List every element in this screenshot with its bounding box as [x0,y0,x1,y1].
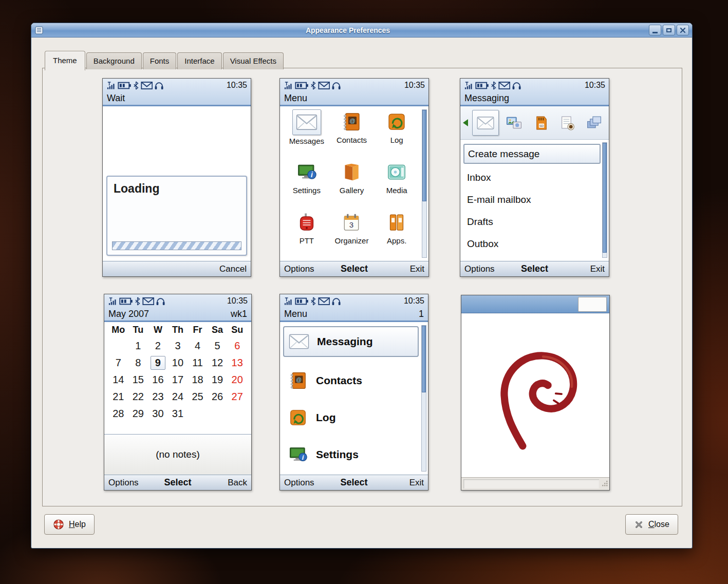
envelope-icon [472,110,499,136]
menu-item-label: Media [374,186,419,195]
phone-header: 10:35 Menu 1 [280,294,428,322]
tab-interface[interactable]: Interface [177,52,221,69]
carousel-left-arrow-icon [463,119,468,126]
theme-preview-wait[interactable]: 10:35 Wait Loading Cancel [102,78,251,277]
theme-preview-calendar[interactable]: 10:35 May 2007 wk1 MoTuWThFrSaSu 1234567… [104,294,252,491]
calendar-week-row: 14151617181920 [108,371,247,388]
copies-icon [583,112,606,134]
softkey-back: Back [205,478,247,488]
theme-preview-menu-list[interactable]: 10:35 Menu 1 Messaging@ContactsLogiSetti… [279,294,428,491]
tab-theme[interactable]: Theme [45,51,85,70]
maximize-icon [666,28,671,32]
calendar-day: 25 [188,388,208,405]
clock: 10:35 [227,296,248,306]
menu-item-label: Log [316,411,335,424]
calendar-day: 15 [128,371,148,388]
window-controls [649,25,689,35]
softkey-bar: Options Select Exit [280,261,428,276]
clock: 10:35 [585,81,605,90]
screen-title: Menu [284,93,307,104]
signal-icon [108,297,118,306]
calendar-day: 5 [208,337,228,354]
status-icons [464,81,521,90]
memory-card-icon: SD [530,112,552,134]
menu-item-messaging: Messaging [283,326,419,357]
help-button[interactable]: Help [44,514,95,535]
bluetooth-icon [310,297,316,306]
phone-status-bar: 10:35 [104,294,251,308]
menu-item-ptt: PTT [284,210,329,260]
signal-icon [284,297,293,306]
calendar-week-row: 28293031 [108,405,247,422]
status-icons [108,297,165,306]
day-header: W [148,325,168,335]
softkey-exit: Exit [382,264,424,274]
clock: 10:35 [404,81,425,90]
tab-fonts[interactable]: Fonts [143,52,177,69]
ptt-icon [293,210,321,235]
log-icon [287,407,309,428]
softkey-exit: Exit [563,264,605,274]
menu-item-label: Settings [284,186,329,195]
headset-icon [331,81,341,90]
calendar-day: 17 [168,371,188,388]
scrollbar-thumb [603,143,607,253]
softkey-bar: Cancel [103,261,251,276]
day-header: Fr [188,325,208,335]
menu-list: Messaging@ContactsLogiSettings [280,322,428,473]
minimize-button[interactable] [649,25,661,35]
calendar-day: 20 [227,371,247,388]
mail-indicator-icon [318,81,330,90]
phone-header: 10:35 May 2007 wk1 [104,294,251,322]
messages-icon [288,331,310,352]
theme-tab-panel: 10:35 Wait Loading Cancel 10:3 [42,68,682,506]
svg-text:3: 3 [349,220,353,229]
battery-icon [118,81,132,90]
theme-preview-messaging[interactable]: 10:35 Messaging SD Create messageInboxE-… [460,78,609,277]
calendar-day: 31 [168,405,188,422]
softkey-options: Options [464,264,507,274]
preview-window-body [461,313,609,477]
bluetooth-icon [135,297,140,306]
signal-icon [106,81,116,90]
menu-item-label: Settings [316,448,359,461]
calendar-day: 18 [188,371,208,388]
calendar-notes: (no notes) [104,434,251,475]
status-icons [106,81,164,90]
calendar-day: 2 [148,337,168,354]
messages-icon [292,109,321,135]
close-window-button[interactable] [677,25,689,35]
calendar-day: 12 [208,354,228,371]
maximize-button[interactable] [663,25,675,35]
tab-background[interactable]: Background [86,52,142,69]
carousel-icons: SD [472,110,606,136]
day-header: Mo [108,325,128,335]
theme-preview-debian[interactable] [461,295,610,491]
apps-icon [383,210,410,235]
calendar-day: 9 [151,356,165,370]
contacts-icon: @ [287,370,309,391]
day-header: Sa [208,325,228,335]
menu-item-log: Log [283,399,419,436]
calendar-day: 19 [208,371,228,388]
menu-item-contacts: @Contacts [283,362,419,399]
headset-icon [512,81,521,90]
tab-visual-effects[interactable]: Visual Effects [223,52,284,69]
close-button-label: Close [648,520,669,529]
phone-status-bar: 10:35 [280,294,428,308]
calendar-month-title: May 2007 [108,309,149,319]
phone-screen: MoTuWThFrSaSu 12345678910111213141516171… [104,322,251,475]
scrollbar [421,325,426,472]
bluetooth-icon [310,81,316,90]
loading-label: Loading [107,177,246,201]
menu-item-organizer: 3Organizer [329,210,375,260]
menu-item-apps: Apps. [374,210,419,260]
menu-item-label: Apps. [374,236,419,245]
window-titlebar[interactable]: Appearance Preferences [31,23,692,37]
close-dialog-button[interactable]: Close [625,514,678,535]
calendar-day: 10 [168,354,188,371]
scrollbar [602,142,607,258]
theme-preview-menu-grid[interactable]: 10:35 Menu Messages@ContactsLogiSettings… [279,78,429,277]
appearance-preferences-window: Appearance Preferences ThemeBackgroundFo… [31,23,693,549]
resize-grip-icon [601,480,608,489]
